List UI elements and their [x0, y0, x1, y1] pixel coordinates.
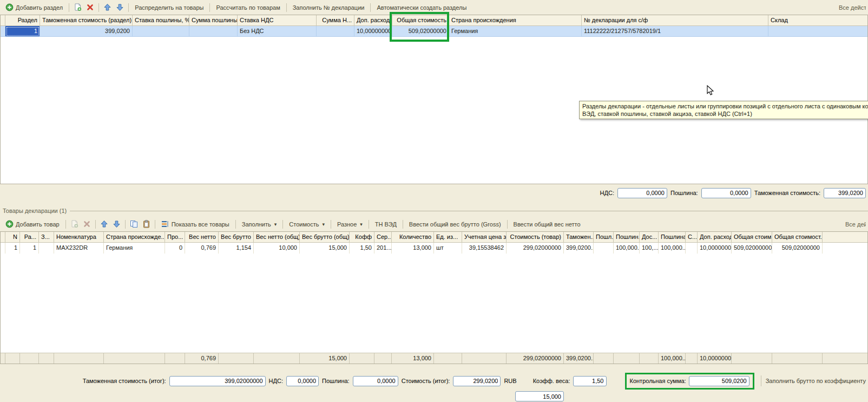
- column-header[interactable]: Общая стоим...: [732, 232, 772, 243]
- column-header[interactable]: N: [5, 232, 20, 243]
- goods-all-actions-button[interactable]: Все действия: [845, 221, 866, 228]
- move-good-up-button[interactable]: [98, 219, 110, 229]
- column-header[interactable]: Склад: [768, 15, 868, 26]
- column-header[interactable]: Раздел: [5, 15, 40, 26]
- table-cell[interactable]: 1: [5, 26, 40, 37]
- column-header[interactable]: Ставка пошлины, %: [133, 15, 189, 26]
- column-header[interactable]: Страна происхожде...: [104, 232, 165, 243]
- table-cell[interactable]: [317, 26, 354, 37]
- delete-good-button[interactable]: [81, 219, 93, 229]
- weight-coeff-field[interactable]: [573, 376, 607, 386]
- goods-table-row[interactable]: 11MAX232DRГермания00,7691,15410,00015,00…: [1, 243, 867, 254]
- column-header[interactable]: Дос...: [640, 232, 659, 243]
- fill-menu-button[interactable]: Заполнить▾: [239, 219, 280, 229]
- table-cell[interactable]: 509,02000000: [392, 26, 449, 37]
- sections-table[interactable]: РазделТаможенная стоимость (раздел)Ставк…: [0, 15, 868, 184]
- table-cell[interactable]: [823, 243, 868, 254]
- table-cell[interactable]: Германия: [104, 243, 165, 254]
- column-header[interactable]: Пошлина: [659, 232, 686, 243]
- column-header[interactable]: Таможен...: [564, 232, 594, 243]
- control-sum-field[interactable]: [689, 376, 749, 386]
- column-header[interactable]: Пошлин...: [614, 232, 640, 243]
- add-section-button[interactable]: Добавить раздел: [2, 2, 66, 13]
- customs-total-field[interactable]: [169, 376, 266, 386]
- auto-create-sections-button[interactable]: Автоматически создать разделы: [373, 3, 470, 12]
- customs-value-field[interactable]: [824, 188, 866, 198]
- table-cell[interactable]: Без НДС: [238, 26, 317, 37]
- column-header[interactable]: Ставка НДС: [238, 15, 317, 26]
- table-cell[interactable]: [39, 243, 54, 254]
- column-header[interactable]: Сер...: [374, 232, 392, 243]
- fill-declaration-number-button[interactable]: Заполнить № декларации: [290, 3, 368, 12]
- column-header[interactable]: [823, 232, 868, 243]
- add-good-button[interactable]: Добавить товар: [2, 218, 63, 230]
- table-cell[interactable]: 1: [20, 243, 39, 254]
- tnved-button[interactable]: ТН ВЭД: [372, 219, 400, 229]
- table-cell[interactable]: 0: [165, 243, 185, 254]
- show-all-goods-button[interactable]: Показать все товары: [158, 218, 233, 230]
- table-cell[interactable]: 201...: [374, 243, 392, 254]
- table-cell[interactable]: 15,000: [300, 243, 350, 254]
- column-header[interactable]: № декларации для с/ф: [582, 15, 768, 26]
- sections-all-actions-button[interactable]: Все действия: [839, 4, 866, 11]
- calc-by-goods-button[interactable]: Рассчитать по товарам: [213, 3, 283, 12]
- column-header[interactable]: Сумма пошлины: [189, 15, 238, 26]
- column-header[interactable]: Ед. из...: [434, 232, 462, 243]
- column-header[interactable]: Вес нетто: [185, 232, 219, 243]
- column-header[interactable]: Сумма Н...: [317, 15, 354, 26]
- misc-menu-button[interactable]: Разное▾: [334, 219, 366, 229]
- column-header[interactable]: Вес брутто: [219, 232, 254, 243]
- column-header[interactable]: Ра...: [20, 232, 39, 243]
- table-cell[interactable]: 13,000: [392, 243, 434, 254]
- move-good-down-button[interactable]: [111, 219, 122, 229]
- column-header[interactable]: Кофф: [350, 232, 374, 243]
- column-header[interactable]: Учетная цена з...: [462, 232, 507, 243]
- table-cell[interactable]: 1,50: [350, 243, 374, 254]
- copy-section-button[interactable]: [72, 2, 83, 12]
- table-cell[interactable]: 10,000: [254, 243, 300, 254]
- table-cell[interactable]: Германия: [449, 26, 582, 37]
- fill-gross-by-coeff-button[interactable]: Заполнить брутто по коэффициенту: [761, 375, 866, 386]
- table-cell[interactable]: 11122222/212757/5782019/1: [582, 26, 768, 37]
- column-header[interactable]: Про...: [165, 232, 185, 243]
- sections-table-row[interactable]: 1399,0200Без НДС10,00000000509,02000000Г…: [1, 26, 867, 37]
- table-cell[interactable]: 100,...: [640, 243, 659, 254]
- move-down-button[interactable]: [114, 2, 126, 12]
- column-header[interactable]: Вес брутто (общ): [300, 232, 350, 243]
- table-cell[interactable]: [768, 26, 868, 37]
- column-header[interactable]: Пошл...: [594, 232, 614, 243]
- goods-table[interactable]: NРа...З...НоменклатураСтрана происхожде.…: [0, 231, 868, 364]
- column-header[interactable]: Страна происхождения: [449, 15, 582, 26]
- table-cell[interactable]: MAX232DR: [54, 243, 104, 254]
- table-cell[interactable]: [686, 243, 698, 254]
- duty-field[interactable]: [353, 376, 398, 386]
- enter-gross-weight-button[interactable]: Ввести общий вес брутто (Gross): [406, 219, 504, 229]
- table-cell[interactable]: 509,02000000: [732, 243, 772, 254]
- table-cell[interactable]: 100,000...: [659, 243, 686, 254]
- column-header[interactable]: Вес нетто (общ): [254, 232, 300, 243]
- cost-total-field[interactable]: [453, 376, 501, 386]
- column-header[interactable]: Таможенная стоимость (раздел): [40, 15, 133, 26]
- table-cell[interactable]: 39,15538462: [462, 243, 507, 254]
- table-cell[interactable]: 10,00000000: [698, 243, 732, 254]
- table-cell[interactable]: [133, 26, 189, 37]
- cost-menu-button[interactable]: Стоимость▾: [286, 219, 328, 229]
- table-cell[interactable]: 509,02000000: [772, 243, 823, 254]
- table-cell[interactable]: 0,769: [185, 243, 219, 254]
- table-cell[interactable]: [189, 26, 238, 37]
- table-cell[interactable]: 299,02000000: [507, 243, 564, 254]
- enter-net-weight-button[interactable]: Ввести общий вес нетто: [510, 219, 584, 229]
- column-header[interactable]: З...: [39, 232, 54, 243]
- table-cell[interactable]: [594, 243, 614, 254]
- duty-total-field[interactable]: [701, 188, 751, 198]
- column-header[interactable]: Стоимость (товар): [507, 232, 564, 243]
- table-cell[interactable]: 399,0200: [40, 26, 133, 37]
- table-cell[interactable]: 399,0200...: [564, 243, 594, 254]
- column-header[interactable]: Номенклатура: [54, 232, 104, 243]
- delete-section-button[interactable]: [84, 2, 96, 12]
- table-cell[interactable]: 100,000...: [614, 243, 640, 254]
- copy-good-button[interactable]: [69, 219, 80, 229]
- table-cell[interactable]: 10,00000000: [354, 26, 392, 37]
- nds-total-field[interactable]: [617, 188, 667, 198]
- paste-rows-button[interactable]: [141, 219, 152, 229]
